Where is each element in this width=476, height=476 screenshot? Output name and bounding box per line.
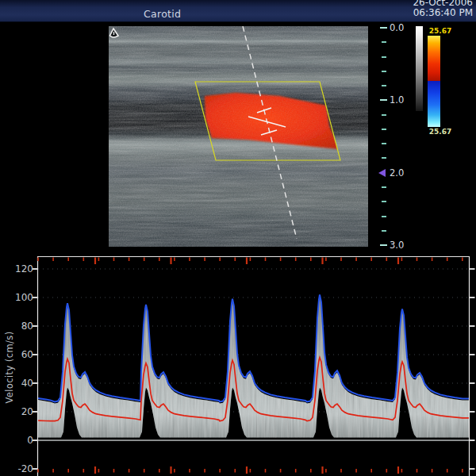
spectral-waveform (0, 0, 476, 476)
velocity-tick-label: 0 (5, 435, 33, 446)
velocity-tick-label: 80 (5, 321, 33, 332)
velocity-tick-label: 60 (5, 349, 33, 360)
spectral-doppler-panel: Velocity (cm/s) (0, 247, 476, 476)
velocity-tick-label: 120 (5, 263, 33, 274)
velocity-tick-label: 40 (5, 378, 33, 389)
velocity-tick-label: 100 (5, 292, 33, 303)
velocity-tick-label: -20 (5, 463, 33, 474)
velocity-tick-label: 20 (5, 406, 33, 417)
ultrasound-screen: Carotid 26-Oct-2006 06:36:40 PM (0, 0, 476, 476)
